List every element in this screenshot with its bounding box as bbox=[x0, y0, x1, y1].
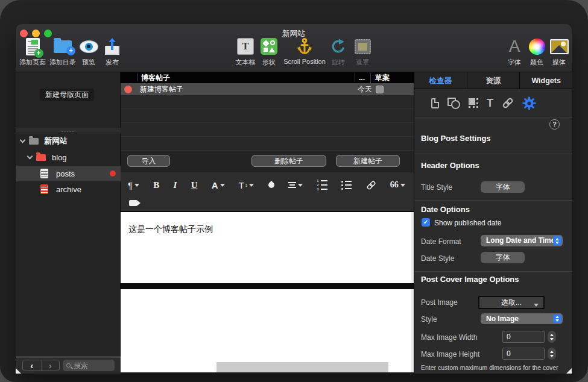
title-style-font-button[interactable]: 字体 bbox=[481, 181, 525, 193]
unpublished-dot-badge bbox=[110, 171, 116, 177]
bullet-list-button[interactable] bbox=[341, 181, 352, 190]
page-settings-icon[interactable] bbox=[431, 98, 439, 108]
cover-style-select[interactable]: No Image bbox=[481, 313, 563, 324]
metrics-settings-icon[interactable] bbox=[469, 98, 478, 108]
site-folder-icon bbox=[29, 138, 39, 145]
section-divider bbox=[414, 271, 572, 272]
sidebar-item-posts[interactable]: posts bbox=[16, 166, 121, 181]
tree-label: 新网站 bbox=[44, 136, 68, 146]
sidebar-split-handle[interactable]: ..... bbox=[16, 128, 121, 133]
text-size-button[interactable]: T↕ bbox=[239, 180, 254, 190]
gear-settings-icon[interactable] bbox=[522, 96, 536, 110]
screenshot: 新网站 + 添加页面 + 添加目录 预览 bbox=[0, 0, 588, 382]
resize-grip-bottom-right[interactable] bbox=[566, 368, 572, 374]
inspector-section-title: Blog Post Settings bbox=[421, 134, 491, 143]
shape-settings-icon[interactable] bbox=[447, 98, 460, 109]
resize-grip-bottom-left[interactable] bbox=[16, 368, 21, 374]
sidebar-item-blog[interactable]: blog bbox=[16, 149, 121, 165]
text-settings-icon[interactable]: T bbox=[487, 98, 493, 108]
sidebar-item-archive[interactable]: archive bbox=[16, 181, 121, 197]
chevron-down-icon bbox=[298, 184, 303, 187]
date-style-font-button[interactable]: 字体 bbox=[481, 252, 525, 263]
titlebar-toolbar: 新网站 + 添加页面 + 添加目录 预览 bbox=[16, 24, 572, 72]
post-preview-pane bbox=[121, 289, 414, 372]
cover-style-label: Style bbox=[421, 315, 437, 324]
max-width-stepper[interactable] bbox=[548, 331, 556, 343]
forward-button[interactable]: › bbox=[41, 360, 60, 371]
publish-upload-icon bbox=[95, 35, 129, 58]
max-image-height-label: Max Image Height bbox=[421, 350, 479, 359]
preview-placeholder-block bbox=[217, 362, 388, 372]
import-button[interactable]: 导入 bbox=[127, 155, 170, 167]
new-post-button[interactable]: 新建帖子 bbox=[336, 155, 400, 167]
post-image-choose-button[interactable]: 选取... bbox=[478, 296, 545, 309]
mask-button: 遮罩 bbox=[346, 35, 379, 67]
editor-toolbar: ¶ B I U A T↕ 1 2 3 bbox=[121, 172, 414, 212]
sidebar-search-field[interactable] bbox=[63, 360, 115, 371]
tab-inspector[interactable]: 检查器 bbox=[414, 72, 467, 89]
paragraph-style-button[interactable]: ¶ bbox=[128, 180, 139, 190]
cover-style-value: No Image bbox=[486, 315, 519, 323]
inspector-tabs: 检查器 资源 Widgets bbox=[414, 72, 572, 89]
chevron-down-icon[interactable] bbox=[20, 137, 26, 143]
title-style-label: Title Style bbox=[421, 183, 452, 192]
cover-dimensions-hint: Enter custom maximum dimensions for the … bbox=[421, 364, 569, 371]
add-page-button[interactable]: + 添加页面 bbox=[16, 35, 49, 67]
choose-button-label: 选取... bbox=[501, 298, 522, 307]
post-row-selected[interactable]: 新建博客帖子 今天 bbox=[121, 83, 414, 95]
tree-label: posts bbox=[56, 169, 75, 178]
chevron-down-icon[interactable] bbox=[27, 153, 33, 159]
quote-button[interactable]: 66 bbox=[390, 180, 405, 190]
column-options[interactable]: ... bbox=[355, 74, 370, 82]
history-nav-group: ‹ › bbox=[22, 360, 60, 371]
tree-label: blog bbox=[52, 153, 67, 162]
tab-assets[interactable]: 资源 bbox=[467, 72, 520, 89]
alignment-button[interactable] bbox=[288, 182, 303, 188]
link-button[interactable] bbox=[366, 180, 376, 190]
max-height-stepper[interactable] bbox=[548, 348, 556, 360]
droplet-icon bbox=[267, 181, 276, 189]
link-settings-icon[interactable] bbox=[502, 97, 514, 109]
post-content-text: 这是一个博客帖子示例 bbox=[128, 224, 213, 235]
empty-post-row bbox=[121, 109, 414, 123]
bullet-list-icon bbox=[341, 181, 352, 190]
chevron-down-icon bbox=[134, 184, 139, 187]
select-arrows-icon bbox=[553, 315, 561, 323]
media-panel-button[interactable]: 媒体 bbox=[542, 35, 576, 67]
text-color-button[interactable]: A bbox=[212, 180, 225, 190]
new-master-page-button[interactable]: 新建母版页面 bbox=[40, 89, 94, 101]
post-content-editor[interactable]: 这是一个博客帖子示例 bbox=[121, 212, 414, 283]
date-format-value: Long Date and Time bbox=[486, 236, 555, 245]
chevron-down-icon bbox=[249, 184, 254, 187]
post-image-label: Post Image bbox=[421, 298, 458, 307]
italic-button[interactable]: I bbox=[174, 180, 177, 190]
editor-toolbar-row1: ¶ B I U A T↕ 1 2 3 bbox=[128, 177, 405, 193]
tab-widgets[interactable]: Widgets bbox=[519, 72, 572, 89]
date-format-select[interactable]: Long Date and Time bbox=[481, 235, 563, 246]
chevron-down-icon bbox=[534, 304, 539, 307]
column-title: 博客帖子 bbox=[121, 73, 355, 83]
max-image-height-input[interactable] bbox=[502, 348, 545, 360]
back-button[interactable]: ‹ bbox=[23, 360, 41, 371]
max-image-width-input[interactable] bbox=[502, 331, 545, 343]
chevron-down-icon bbox=[400, 184, 405, 187]
link-icon bbox=[366, 180, 376, 190]
video-camera-button[interactable] bbox=[129, 200, 138, 206]
highlight-droplet-button[interactable] bbox=[268, 182, 274, 188]
numbered-list-button[interactable]: 1 2 3 bbox=[317, 180, 327, 190]
date-options-heading: Date Options bbox=[421, 205, 470, 214]
draft-checkbox[interactable] bbox=[376, 86, 384, 93]
help-button[interactable]: ? bbox=[549, 119, 560, 130]
search-input[interactable] bbox=[74, 362, 110, 370]
publish-button[interactable]: 发布 bbox=[95, 35, 129, 67]
add-page-icon: + bbox=[16, 35, 49, 58]
delete-post-button[interactable]: 删除帖子 bbox=[251, 155, 326, 167]
media-image-icon bbox=[542, 35, 576, 58]
underline-button[interactable]: U bbox=[191, 180, 198, 190]
section-divider bbox=[414, 200, 572, 201]
show-published-date-checkbox[interactable]: ✓ bbox=[422, 218, 430, 227]
chevron-down-icon bbox=[220, 184, 225, 187]
sidebar-item-site[interactable]: 新网站 bbox=[16, 133, 121, 149]
cover-options-heading: Post Cover Image Options bbox=[421, 275, 519, 284]
bold-button[interactable]: B bbox=[153, 180, 159, 190]
